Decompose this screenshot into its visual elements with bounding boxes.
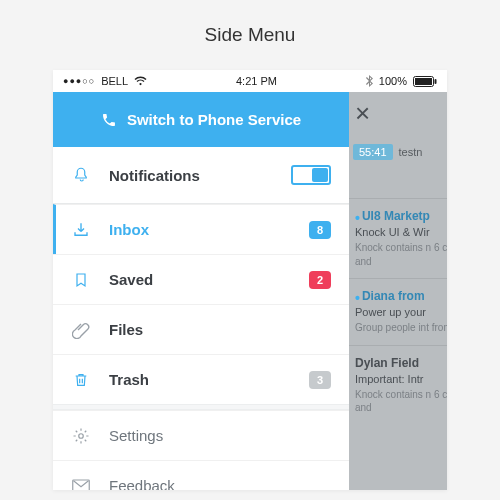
trash-icon [71, 371, 91, 389]
mail-icon [71, 479, 91, 491]
bookmark-icon [71, 271, 91, 289]
bell-icon [71, 165, 91, 185]
menu-item-trash[interactable]: Trash 3 [53, 354, 349, 404]
phone-icon [101, 112, 117, 128]
menu-label: Notifications [109, 167, 273, 184]
menu-item-settings[interactable]: Settings [53, 410, 349, 460]
carrier-label: BELL [101, 75, 128, 87]
menu-label: Files [109, 321, 331, 338]
clock: 4:21 PM [236, 75, 277, 87]
inbox-badge: 8 [309, 221, 331, 239]
menu-item-feedback[interactable]: Feedback [53, 460, 349, 490]
side-menu: Switch to Phone Service Notifications In… [53, 92, 349, 490]
battery-pct: 100% [379, 75, 407, 87]
trash-badge: 3 [309, 371, 331, 389]
menu-label: Trash [109, 371, 291, 388]
menu-item-files[interactable]: Files [53, 304, 349, 354]
menu-label: Inbox [109, 221, 291, 238]
battery-icon [413, 76, 437, 87]
paperclip-icon [71, 321, 91, 339]
menu-item-notifications[interactable]: Notifications [53, 147, 349, 203]
content-underlay: × 55:41 testn •UI8 Marketp Knock UI & Wi… [349, 92, 447, 490]
svg-point-3 [79, 433, 84, 438]
saved-badge: 2 [309, 271, 331, 289]
menu-label: Settings [109, 427, 331, 444]
signal-dots-icon: ●●●○○ [63, 76, 95, 86]
wifi-icon [134, 76, 147, 86]
bluetooth-icon [366, 75, 373, 87]
svg-rect-1 [415, 78, 432, 85]
menu-list: Notifications Inbox 8 Saved 2 [53, 147, 349, 490]
menu-label: Saved [109, 271, 291, 288]
svg-rect-2 [435, 79, 437, 84]
gear-icon [71, 427, 91, 445]
notifications-toggle[interactable] [291, 165, 331, 185]
inbox-icon [71, 221, 91, 239]
device-frame: ●●●○○ BELL 4:21 PM 100% Switch to Phone [53, 70, 447, 490]
page-title: Side Menu [0, 0, 500, 70]
switch-phone-service-button[interactable]: Switch to Phone Service [53, 92, 349, 147]
menu-item-inbox[interactable]: Inbox 8 [53, 204, 349, 254]
switch-label: Switch to Phone Service [127, 111, 301, 128]
menu-item-saved[interactable]: Saved 2 [53, 254, 349, 304]
menu-label: Feedback [109, 477, 331, 490]
status-bar: ●●●○○ BELL 4:21 PM 100% [53, 70, 447, 92]
